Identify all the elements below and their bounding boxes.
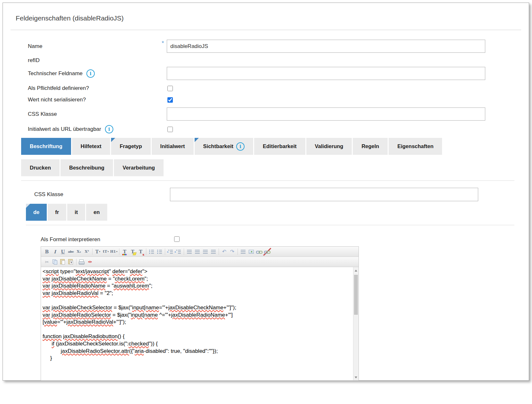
numbered-list-icon[interactable]	[156, 248, 164, 256]
formula-checkbox[interactable]	[174, 236, 180, 242]
text-color-icon[interactable]: T	[121, 248, 129, 256]
title-divider	[11, 30, 521, 30]
underline-icon[interactable]: U	[59, 248, 67, 256]
editor-scrollbar[interactable]	[353, 267, 359, 380]
remove-format-icon[interactable]: T	[137, 248, 145, 256]
align-center-icon[interactable]	[193, 250, 201, 254]
refid-label: refID	[28, 57, 40, 64]
tab-drucken[interactable]: Drucken	[21, 159, 60, 176]
tab-label: Sichtbarkeit	[203, 143, 233, 149]
tab-label: Eigenschaften	[397, 143, 433, 149]
info-icon[interactable]: i	[105, 125, 113, 133]
css-class-label: CSS Klasse	[28, 111, 57, 117]
tab-corner-marker	[195, 138, 199, 142]
tab-css-class-input[interactable]	[170, 188, 478, 201]
tab-label: Regeln	[361, 143, 379, 149]
tab-content-divider	[21, 180, 514, 181]
undo-icon[interactable]: ↶	[220, 248, 228, 256]
field-properties-form: Name * refID Technischer Feldname i	[28, 40, 516, 133]
outdent-icon[interactable]	[166, 248, 174, 256]
cut-icon[interactable]: ✂	[43, 258, 51, 266]
horizontal-rule-icon[interactable]	[239, 250, 247, 254]
tab-editierbarkeit[interactable]: Editierbarkeit	[254, 138, 305, 155]
lang-tab-de[interactable]: de	[26, 204, 47, 221]
code-line: var jaxDisableRadioName = "auswahlLorem"…	[43, 282, 350, 290]
tab-regeln[interactable]: Regeln	[353, 138, 388, 155]
serialize-checkbox-row: Wert nicht serialisieren?	[28, 97, 516, 103]
code-line	[43, 326, 350, 333]
superscript-icon[interactable]: X²	[83, 248, 91, 256]
subscript-icon[interactable]: X₂	[75, 248, 83, 256]
toolbar-separator	[165, 249, 165, 255]
toolbar-separator	[238, 249, 238, 255]
image-icon[interactable]	[247, 248, 255, 256]
scroll-thumb[interactable]	[354, 275, 358, 315]
tab-fragetyp[interactable]: Fragetyp	[111, 138, 151, 155]
code-line: <script type="text/javascript" defer="de…	[43, 268, 350, 275]
required-asterisk: *	[162, 40, 164, 47]
required-checkbox[interactable]	[167, 86, 173, 91]
lang-tab-en[interactable]: en	[86, 204, 107, 221]
tab-validierung[interactable]: Validierung	[306, 138, 352, 155]
align-right-icon[interactable]	[201, 250, 209, 254]
tab-sichtbarkeit[interactable]: Sichtbarkeiti	[195, 138, 253, 155]
align-left-icon[interactable]	[185, 250, 193, 254]
tab-label: Validierung	[315, 143, 343, 149]
code-line: var jaxDisableRadioSelector = $jax("inpu…	[43, 312, 350, 319]
tab-initialwert[interactable]: Initialwert	[152, 138, 194, 155]
font-size-icon[interactable]: tT	[102, 248, 110, 256]
scroll-up-icon[interactable]	[355, 270, 357, 272]
refid-field-row: refID	[28, 57, 516, 64]
name-input[interactable]	[167, 40, 485, 53]
tab-hilfetext[interactable]: Hilfetext	[72, 138, 110, 155]
formula-row: Als Formel interpretieren	[41, 235, 529, 244]
tab-label: de	[33, 209, 39, 215]
paste-icon[interactable]	[59, 258, 67, 266]
tab-label: fr	[55, 209, 59, 215]
editor-content[interactable]: <script type="text/javascript" defer="de…	[41, 267, 359, 380]
tab-verarbeitung[interactable]: Verarbeitung	[114, 159, 164, 176]
toolbar-separator	[92, 249, 93, 255]
serialize-checkbox[interactable]	[167, 97, 173, 103]
paste-text-icon[interactable]	[67, 258, 75, 266]
code-line: var jaxDisableCheckSelector = $jax("inpu…	[43, 304, 350, 312]
info-icon[interactable]: i	[236, 142, 245, 151]
tab-beschriftung[interactable]: Beschriftung	[21, 138, 71, 155]
tab-beschreibung[interactable]: Beschreibung	[60, 159, 113, 176]
code-area[interactable]: <script type="text/javascript" defer="de…	[41, 267, 359, 362]
toolbar-separator	[184, 249, 184, 255]
tab-label: Hilfetext	[81, 143, 101, 149]
lang-tab-it[interactable]: it	[67, 204, 85, 221]
scroll-down-icon[interactable]	[355, 376, 357, 378]
copy-icon[interactable]	[51, 258, 59, 266]
language-tabs: defriten	[26, 204, 529, 221]
unlink-icon[interactable]	[263, 248, 271, 256]
redo-icon[interactable]: ↷	[228, 248, 236, 256]
editor-toolbar-row-2: ✂<>	[41, 257, 359, 267]
italic-icon[interactable]: I	[51, 248, 59, 256]
indent-icon[interactable]	[174, 248, 182, 256]
technical-name-input[interactable]	[167, 67, 485, 80]
css-class-input[interactable]	[167, 107, 485, 121]
name-label: Name	[28, 43, 42, 50]
tab-css-class-row: CSS Klasse	[34, 188, 529, 201]
bold-icon[interactable]: B	[43, 248, 51, 256]
format-icon[interactable]: H1	[110, 248, 118, 256]
lang-tab-fr[interactable]: fr	[48, 204, 66, 221]
bulleted-list-icon[interactable]	[148, 248, 156, 256]
tab-label: Initialwert	[160, 143, 185, 149]
tab-eigenschaften[interactable]: Eigenschaften	[389, 138, 442, 155]
code-line	[43, 297, 350, 304]
font-icon[interactable]: T	[94, 248, 102, 256]
url-transfer-checkbox[interactable]	[167, 127, 173, 132]
align-justify-icon[interactable]	[209, 250, 217, 254]
highlight-color-icon[interactable]: T	[129, 248, 137, 256]
source-icon[interactable]: <>	[86, 258, 94, 266]
print-icon[interactable]	[78, 258, 86, 266]
link-icon[interactable]	[255, 248, 263, 256]
code-line: var jaxDisableCheckName = "checkLorem";	[43, 275, 350, 283]
toolbar-separator	[119, 249, 119, 255]
property-tabs-row-1: BeschriftungHilfetextFragetypInitialwert…	[21, 138, 529, 155]
info-icon[interactable]: i	[86, 69, 95, 78]
strikethrough-icon[interactable]: abc	[67, 248, 75, 256]
